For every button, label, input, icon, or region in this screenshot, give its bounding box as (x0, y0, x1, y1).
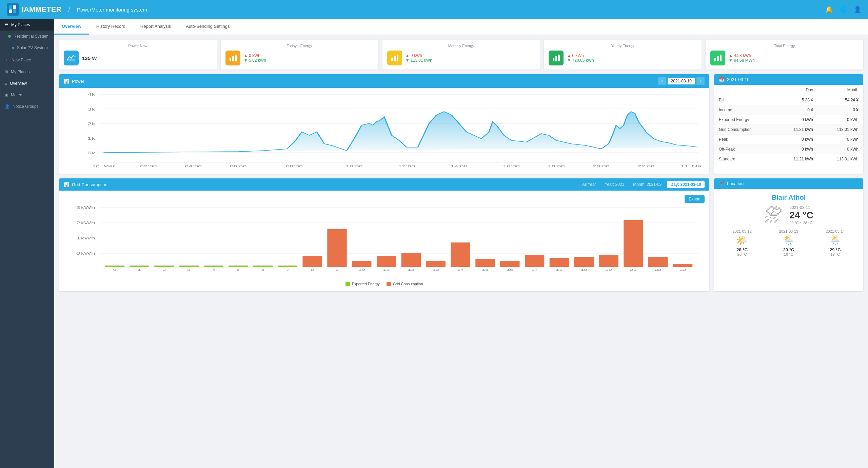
location-body: Blair Athol ⛈ 2021-03-11 24 °C 20 °C ~ 2… (714, 189, 863, 261)
sidebar-nav-label: Overview (10, 81, 27, 86)
cell-day: 0 kWh (776, 115, 818, 125)
weather-info: 2021-03-11 24 °C 20 °C ~ 28 °C (789, 205, 813, 225)
sidebar-item-solar[interactable]: Solar PV System (0, 42, 54, 54)
forecast-icon-3: 🌦️ (826, 235, 845, 246)
tab-history-record[interactable]: History Record (89, 19, 133, 35)
gc-filter-all-year[interactable]: All Year (579, 181, 599, 188)
sidebar-item-my-places[interactable]: ⊞ My Places (0, 66, 54, 78)
forecast-icon-2: 🌦️ (779, 235, 798, 246)
svg-text:12:00: 12:00 (398, 164, 415, 168)
weather-current-date: 2021-03-11 (789, 205, 813, 210)
svg-text:18: 18 (556, 268, 563, 271)
power-chart-date: 2021-03-10 (668, 78, 695, 84)
svg-rect-101 (179, 266, 198, 267)
power-chart-card: 📊 Power ‹ 2021-03-10 › (59, 74, 709, 174)
main-content: Overview History Record Report Analysis … (54, 19, 868, 468)
stat-up-yearly: 0 kWh (567, 53, 697, 58)
svg-text:21: 21 (630, 268, 637, 271)
svg-rect-102 (204, 266, 223, 267)
svg-text:17: 17 (531, 268, 538, 271)
svg-rect-9 (394, 56, 396, 61)
tab-overview[interactable]: Overview (54, 19, 89, 35)
col-label (714, 85, 776, 95)
tab-report-analysis[interactable]: Report Analysis (133, 19, 178, 35)
stat-values-total: 4.58 kWh 94.58 MWh (729, 53, 859, 63)
logo-text: IAMMETER (22, 5, 61, 14)
table-row: Off-Peak 0 kWh 0 kWh (714, 144, 863, 154)
bell-icon[interactable]: 🔔 (825, 6, 833, 13)
svg-rect-96 (673, 264, 692, 267)
sidebar-item-meters[interactable]: ◉ Meters (0, 89, 54, 101)
svg-rect-0 (9, 5, 12, 9)
stat-down-yearly: 720.05 kWh (567, 58, 697, 63)
svg-rect-94 (648, 257, 668, 267)
gc-title: Grid Consumption (72, 182, 107, 187)
weather-current-temp: 24 °C (789, 210, 813, 221)
forecast-date-1: 2021-03-12 (733, 229, 752, 233)
svg-text:08:00: 08:00 (286, 164, 303, 168)
sidebar-item-notice-groups[interactable]: 👤 Notice Groups (0, 101, 54, 112)
table-row: Peak 0 kWh 0 kWh (714, 135, 863, 144)
table-row: Grid Consumption 11.21 kWh 113.01 kWh (714, 125, 863, 135)
power-chart-title-area: 📊 Power (64, 79, 84, 84)
sidebar-item-overview[interactable]: ⌂ Overview (0, 78, 54, 89)
svg-text:23: 23 (679, 268, 686, 271)
svg-rect-78 (451, 242, 470, 267)
export-button[interactable]: Export (685, 195, 705, 203)
weather-icon-big: ⛈ (764, 204, 783, 226)
svg-text:2: 2 (162, 268, 166, 271)
weather-current-range: 20 °C ~ 28 °C (789, 221, 813, 225)
svg-text:22: 22 (655, 268, 662, 271)
svg-rect-90 (599, 255, 618, 267)
hamburger-icon: ☰ (5, 22, 8, 27)
cell-label: Exported Energy (714, 115, 776, 125)
gc-filter-day[interactable]: Day: 2021-03-10 (667, 181, 705, 188)
svg-rect-12 (555, 56, 557, 61)
user-icon[interactable]: 👤 (854, 6, 861, 13)
sidebar-my-places-header[interactable]: ☰ My Places (0, 19, 54, 31)
svg-rect-104 (253, 266, 273, 267)
svg-text:9: 9 (335, 268, 339, 271)
tab-auto-sending[interactable]: Auto-Sending Settings (178, 19, 237, 35)
cell-month: 0 kWh (818, 144, 863, 154)
svg-text:3: 3 (187, 268, 191, 271)
stat-todays-energy: Today's Energy 0 kWh 5.62 kWh (221, 40, 378, 70)
gc-filter-year[interactable]: Year: 2021 (601, 181, 628, 188)
grid-icon: ⊞ (5, 70, 8, 74)
stat-down-monthly: 113.01 kWh (406, 58, 535, 63)
svg-rect-100 (154, 266, 174, 267)
forecast-day-2: 2021-03-13 🌦️ 29 °C 19 °C (779, 229, 798, 256)
svg-rect-3 (13, 9, 16, 13)
sidebar-item-new-place[interactable]: ＋ New Place (0, 54, 54, 66)
table-row: Income 0 ¥ 0 ¥ (714, 105, 863, 115)
svg-rect-10 (397, 55, 398, 61)
svg-rect-5 (230, 58, 231, 61)
svg-rect-99 (130, 266, 149, 267)
svg-text:14: 14 (457, 268, 464, 271)
gc-filter-month[interactable]: Month: 2021-03 (630, 181, 665, 188)
chart-prev-button[interactable]: ‹ (658, 77, 666, 85)
gc-legend: Exported Energy Grid Consumption (62, 280, 706, 288)
svg-text:4k: 4k (87, 93, 96, 97)
stat-up-total: 4.58 kWh (729, 53, 859, 58)
svg-rect-84 (525, 255, 544, 267)
chart-next-button[interactable]: › (696, 77, 705, 85)
svg-rect-86 (550, 258, 569, 267)
stat-icon-power (64, 51, 79, 65)
stat-title-total: Total Energy (710, 44, 859, 48)
cell-month: 113.01 kWh (818, 154, 863, 164)
sidebar-item-label: Solar PV System (17, 45, 48, 50)
forecast-date-3: 2021-03-14 (826, 229, 845, 233)
sidebar-item-residential[interactable]: Residential System (0, 31, 54, 42)
chart-icon: 📊 (64, 79, 69, 84)
table-row: Standard 11.21 kWh 113.01 kWh (714, 154, 863, 164)
svg-text:3kWh: 3kWh (76, 206, 95, 210)
globe-icon[interactable]: 🌐 (840, 6, 847, 13)
svg-text:16: 16 (507, 268, 513, 271)
svg-rect-4 (67, 59, 75, 61)
logo-icon (7, 3, 19, 16)
stat-values-monthly: 0 kWh 113.01 kWh (406, 53, 535, 63)
weather-forecast: 2021-03-12 🌤️ 28 °C 20 °C 2021-03-13 🌦️ … (719, 229, 859, 256)
stat-body-monthly: 0 kWh 113.01 kWh (387, 51, 535, 65)
svg-rect-15 (717, 56, 719, 61)
